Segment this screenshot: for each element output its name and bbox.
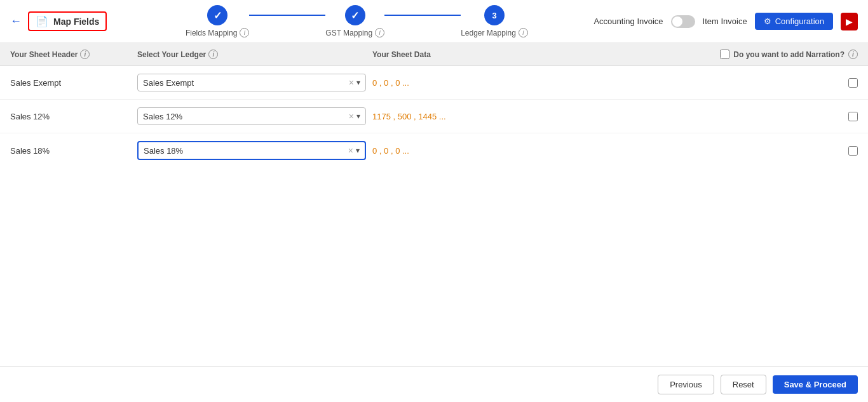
save-proceed-button[interactable]: Save & Proceed <box>773 375 858 394</box>
row3-clear-icon[interactable]: × <box>348 145 353 156</box>
map-fields-title-box: 📄 Map Fields <box>28 11 107 31</box>
row2-arrow-icon[interactable]: ▾ <box>356 112 360 121</box>
step3-label: Ledger Mapping i <box>461 28 528 37</box>
col-sheet-info-icon[interactable]: i <box>80 50 90 59</box>
row3-arrow-icon[interactable]: ▾ <box>356 146 360 155</box>
row1-sheet-header: Sales Exempt <box>10 78 137 88</box>
col-header-sheet-data: Your Sheet Data <box>372 50 680 59</box>
table-body: Sales Exempt Sales Exempt × ▾ 0 , 0 , 0 … <box>0 66 868 366</box>
narration-info-icon[interactable]: i <box>848 50 858 59</box>
col-header-ledger: Select Your Ledger i <box>137 50 372 59</box>
connector-1 <box>249 15 325 16</box>
header-right-controls: Accounting Invoice Item Invoice ⚙ Config… <box>593 13 858 30</box>
row3-ledger-select[interactable]: Sales 18% × ▾ <box>137 141 366 160</box>
row2-select-ledger: Sales 12% × ▾ <box>137 107 372 125</box>
connector-2 <box>384 15 461 16</box>
table-row: Sales 12% Sales 12% × ▾ 1175 , 500 , 144… <box>0 100 868 133</box>
row1-clear-icon[interactable]: × <box>349 77 354 88</box>
step2-label: GST Mapping i <box>325 28 384 37</box>
row3-sheet-header: Sales 18% <box>10 146 137 156</box>
table-row: Sales Exempt Sales Exempt × ▾ 0 , 0 , 0 … <box>0 66 868 100</box>
row1-narration-checkbox[interactable] <box>848 78 858 88</box>
col-ledger-info-icon[interactable]: i <box>208 50 218 59</box>
step2-info-icon[interactable]: i <box>375 28 384 37</box>
col-header-narration: Do you want to add Narration? i <box>680 50 858 59</box>
row1-narration <box>680 78 858 88</box>
step2-circle <box>345 5 365 25</box>
youtube-button[interactable]: ▶ <box>841 13 858 30</box>
row2-clear-icon[interactable]: × <box>349 111 354 121</box>
narration-header-checkbox[interactable] <box>720 50 729 59</box>
row2-narration <box>680 112 858 121</box>
row2-ledger-select[interactable]: Sales 12% × ▾ <box>137 107 366 125</box>
step1-circle <box>207 5 227 25</box>
page-header: ← 📄 Map Fields Fields Mapping i GST Mapp… <box>0 0 868 43</box>
row3-narration <box>680 146 858 156</box>
back-button[interactable]: ← <box>10 15 22 28</box>
col-header-sheet: Your Sheet Header i <box>10 50 137 59</box>
row2-narration-checkbox[interactable] <box>848 112 858 121</box>
previous-button[interactable]: Previous <box>658 375 714 394</box>
table-row: Sales 18% Sales 18% × ▾ 0 , 0 , 0 ... <box>0 133 868 168</box>
step3-circle: 3 <box>484 5 505 25</box>
step-ledger-mapping: 3 Ledger Mapping i <box>461 5 528 37</box>
row3-sheet-data: 0 , 0 , 0 ... <box>372 146 680 156</box>
row1-sheet-data: 0 , 0 , 0 ... <box>372 78 680 88</box>
back-icon: ← <box>10 15 22 28</box>
row2-ledger-value: Sales 12% <box>143 112 349 121</box>
row1-ledger-value: Sales Exempt <box>143 78 349 88</box>
accounting-invoice-label: Accounting Invoice <box>593 17 663 26</box>
reset-button[interactable]: Reset <box>721 375 766 394</box>
yt-icon: ▶ <box>846 17 853 27</box>
item-invoice-label: Item Invoice <box>703 17 747 26</box>
footer: Previous Reset Save & Proceed <box>0 366 868 402</box>
row1-select-ledger: Sales Exempt × ▾ <box>137 74 372 91</box>
step-fields-mapping: Fields Mapping i <box>186 5 249 37</box>
configuration-button[interactable]: ⚙ Configuration <box>755 13 833 30</box>
row3-narration-checkbox[interactable] <box>848 146 858 156</box>
invoice-toggle[interactable] <box>671 15 695 28</box>
page-title: Map Fields <box>53 17 99 27</box>
row1-arrow-icon[interactable]: ▾ <box>356 78 360 87</box>
row2-sheet-data: 1175 , 500 , 1445 ... <box>372 112 680 121</box>
step1-label: Fields Mapping i <box>186 28 249 37</box>
map-fields-icon: 📄 <box>36 15 48 27</box>
step3-info-icon[interactable]: i <box>519 28 528 37</box>
step1-info-icon[interactable]: i <box>240 28 249 37</box>
stepper: Fields Mapping i GST Mapping i 3 Ledger … <box>145 5 568 37</box>
table-header: Your Sheet Header i Select Your Ledger i… <box>0 43 868 66</box>
step-gst-mapping: GST Mapping i <box>325 5 384 37</box>
row3-ledger-value: Sales 18% <box>144 146 348 156</box>
row1-ledger-select[interactable]: Sales Exempt × ▾ <box>137 74 366 91</box>
config-icon: ⚙ <box>764 17 771 26</box>
row3-select-ledger: Sales 18% × ▾ <box>137 141 372 160</box>
row2-sheet-header: Sales 12% <box>10 112 137 121</box>
